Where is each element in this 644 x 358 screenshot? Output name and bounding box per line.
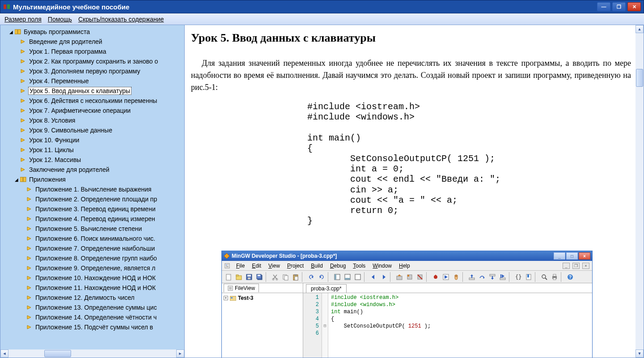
- ide-editor-tab[interactable]: proba-3.cpp*: [306, 284, 347, 293]
- saveall-icon[interactable]: [254, 272, 264, 281]
- tree-lesson[interactable]: Урок 1. Первая программа: [18, 47, 184, 56]
- compile-icon[interactable]: [394, 272, 404, 281]
- tree-lesson[interactable]: Урок 12. Массивы: [18, 155, 184, 165]
- ide-menu-view[interactable]: View: [266, 263, 283, 269]
- save-icon[interactable]: [244, 272, 254, 281]
- ide-menu-window[interactable]: Window: [370, 263, 394, 269]
- tree-lesson[interactable]: Урок 4. Переменные: [18, 76, 184, 86]
- tree-appendix[interactable]: Приложение 13. Определение суммы цис: [25, 303, 184, 312]
- runto-icon[interactable]: [498, 272, 507, 281]
- help-icon[interactable]: ?: [565, 272, 575, 281]
- tree-appendix[interactable]: Приложение 12. Делимость чисел: [25, 293, 184, 303]
- tree-lesson[interactable]: Урок 3. Дополняем первую программу: [18, 66, 184, 76]
- print-icon[interactable]: [550, 272, 559, 281]
- cut-icon[interactable]: [270, 272, 280, 281]
- ide-code[interactable]: #include <iostream.h>#include <windows.h…: [328, 293, 592, 358]
- ide-editor[interactable]: 123456 ⊟ #include <iostream.h>#include <…: [303, 293, 592, 358]
- tree-appendix[interactable]: Приложение 11. Нахождение НОД и НОК: [25, 283, 184, 293]
- scroll-down-icon[interactable]: ▼: [636, 349, 644, 358]
- tree-lesson[interactable]: Урок 8. Условия: [18, 115, 184, 125]
- tree-lesson[interactable]: Урок 10. Функции: [18, 135, 184, 145]
- panel1-icon[interactable]: [332, 272, 342, 281]
- scroll-vtrack[interactable]: [636, 33, 644, 349]
- tree-appendix[interactable]: Приложение 2. Определение площади пр: [25, 194, 184, 204]
- tree-lesson[interactable]: Урок 9. Символьные данные: [18, 125, 184, 135]
- ide-fileview-tab[interactable]: FileView: [224, 284, 259, 292]
- stepinto-icon[interactable]: [467, 272, 476, 281]
- tree-appendix[interactable]: Приложение 15. Подсчёт суммы чисел в: [25, 322, 184, 332]
- maximize-button[interactable]: ❐: [612, 2, 626, 11]
- tree-lesson[interactable]: Урок 2. Как программу сохранить и заново…: [18, 56, 184, 66]
- ide-menu-build[interactable]: Build: [308, 263, 326, 269]
- menu-help[interactable]: Помощь: [48, 16, 72, 23]
- ide-menu-tools[interactable]: Tools: [350, 263, 368, 269]
- panel2-icon[interactable]: [343, 272, 352, 281]
- scroll-right-icon[interactable]: ►: [176, 349, 184, 358]
- collapse-icon[interactable]: ◢: [8, 29, 14, 34]
- collapse-icon[interactable]: ◢: [14, 177, 19, 182]
- ide-maximize-button[interactable]: □: [566, 252, 578, 260]
- scroll-track[interactable]: [8, 349, 176, 358]
- tree-appendix[interactable]: Приложение 3. Перевод единиц времени: [25, 204, 184, 214]
- tree-appendix[interactable]: Приложение 14. Определение чётности ч: [25, 312, 184, 322]
- tree-appendix[interactable]: Приложение 6. Поиск минимального чис.: [25, 234, 184, 243]
- bookmark-icon[interactable]: [524, 272, 533, 281]
- tree-lesson[interactable]: Урок 7. Арифметические операции: [18, 106, 184, 115]
- ide-mdi-restore[interactable]: ❐: [572, 263, 580, 269]
- tree-appendix[interactable]: Приложение 1. Вычисление выражения: [25, 184, 184, 194]
- new-icon[interactable]: [224, 272, 233, 281]
- ide-menu-edit[interactable]: Edit: [249, 263, 264, 269]
- scroll-thumb[interactable]: [44, 350, 71, 357]
- ide-titlebar[interactable]: MinGW Developer Studio - [proba-3.cpp*] …: [222, 251, 592, 261]
- tree-appendix[interactable]: Приложение 4. Перевод единиц измерен: [25, 214, 184, 224]
- forward-icon[interactable]: [379, 272, 388, 281]
- undo-icon[interactable]: [306, 272, 316, 281]
- tree-lesson[interactable]: Урок 5. Ввод данных с клавиатуры: [18, 86, 184, 96]
- menu-toggle-toc[interactable]: Скрыть/показать содержание: [78, 16, 164, 23]
- run-icon[interactable]: [431, 272, 440, 281]
- go-icon[interactable]: [441, 272, 450, 281]
- ide-minimize-button[interactable]: _: [554, 252, 565, 260]
- panel3-icon[interactable]: [353, 272, 362, 281]
- copy-icon[interactable]: [280, 272, 290, 281]
- content-vscrollbar[interactable]: ▲ ▼: [636, 25, 644, 358]
- ide-menu-help[interactable]: Help: [396, 263, 413, 269]
- tree-lesson[interactable]: Урок 11. Циклы: [18, 145, 184, 155]
- tree-appendix[interactable]: Приложение 10. Нахождение НОД и НОК: [25, 273, 184, 283]
- stepout-icon[interactable]: [487, 272, 497, 281]
- ide-mdi-close[interactable]: ×: [582, 263, 589, 269]
- sidebar-hscrollbar[interactable]: ◄ ►: [0, 349, 184, 358]
- ide-close-button[interactable]: ×: [579, 252, 590, 260]
- back-icon[interactable]: [369, 272, 378, 281]
- paste-icon[interactable]: [291, 272, 300, 281]
- ide-project-row[interactable]: + Test-3: [224, 295, 301, 301]
- tree-appendix[interactable]: Приложение 9. Определение, является л: [25, 263, 184, 273]
- rebuild-icon[interactable]: [415, 272, 424, 281]
- build-icon[interactable]: [405, 272, 414, 281]
- scroll-vthumb[interactable]: [636, 69, 643, 87]
- find-icon[interactable]: [539, 272, 549, 281]
- close-button[interactable]: ✕: [627, 2, 641, 11]
- scroll-left-icon[interactable]: ◄: [0, 349, 8, 358]
- tree-lesson[interactable]: Введение для родителей: [18, 37, 184, 47]
- tree-appendix-root[interactable]: ◢Приложения: [18, 175, 184, 184]
- tree-lesson[interactable]: Заключение для родителей: [18, 165, 184, 175]
- tree-root[interactable]: ◢Букварь программиста: [7, 27, 184, 37]
- tree-appendix[interactable]: Приложение 7. Определение наибольши: [25, 243, 184, 253]
- stepover-icon[interactable]: [477, 272, 487, 281]
- ide-mdi-minimize[interactable]: _: [563, 263, 570, 269]
- stop-hand-icon[interactable]: [451, 272, 461, 281]
- tree-lesson[interactable]: Урок 6. Действия с несколькими переменны: [18, 96, 184, 106]
- expand-icon[interactable]: +: [224, 296, 228, 300]
- open-icon[interactable]: [234, 272, 243, 281]
- braces-icon[interactable]: {}: [513, 272, 523, 281]
- tree-appendix[interactable]: Приложение 5. Вычисление степени: [25, 224, 184, 234]
- scroll-up-icon[interactable]: ▲: [636, 25, 644, 33]
- minimize-button[interactable]: —: [597, 2, 610, 11]
- ide-menu-project[interactable]: Project: [284, 263, 306, 269]
- menu-size[interactable]: Размер поля: [4, 16, 42, 23]
- redo-icon[interactable]: [317, 272, 326, 281]
- ide-menu-debug[interactable]: Debug: [327, 263, 348, 269]
- ide-menu-file[interactable]: File: [233, 263, 247, 269]
- tree-appendix[interactable]: Приложение 8. Определение групп наибо: [25, 253, 184, 263]
